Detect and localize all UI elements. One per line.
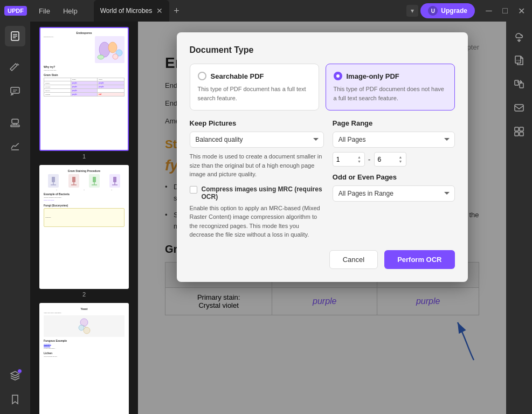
dialog-title: Document Type: [190, 45, 455, 55]
svg-rect-39: [515, 80, 519, 85]
svg-point-17: [113, 54, 118, 59]
thumbnail-image-2: Gram Staining Procedure: [39, 165, 129, 289]
thumbnail-page-2[interactable]: Gram Staining Procedure: [34, 165, 134, 298]
searchable-pdf-label: Searchable PDF: [211, 72, 264, 80]
sidebar-icon-minus: ─: [5, 50, 25, 54]
user-avatar: U: [428, 6, 438, 16]
svg-point-31: [79, 325, 84, 330]
new-tab-button[interactable]: +: [169, 5, 184, 17]
range-to-spinner: ▲ ▼: [399, 155, 403, 163]
thumbnail-image-1: Endospores Endospores are...: [39, 27, 129, 151]
svg-rect-43: [515, 127, 519, 131]
maximize-button[interactable]: □: [499, 4, 512, 17]
page-range-dropdown[interactable]: All PagesCurrent PageCustom Range: [333, 132, 455, 148]
thumbnail-page-1[interactable]: Endospores Endospores are...: [34, 27, 134, 160]
svg-line-34: [84, 326, 86, 327]
range-to-input[interactable]: 6 ▲ ▼: [374, 152, 406, 167]
range-row: 1 ▲ ▼ - 6 ▲ ▼: [333, 152, 455, 167]
sidebar-icon-signature[interactable]: [5, 136, 25, 156]
thumbnail-num-2: 2: [82, 291, 86, 298]
tab-area: World of Microbes ✕ +: [89, 0, 246, 22]
range-dash: -: [368, 155, 371, 164]
convert-button[interactable]: [509, 74, 529, 94]
svg-rect-46: [520, 132, 523, 136]
range-from-spinner: ▲ ▼: [357, 155, 361, 163]
svg-rect-24: [93, 177, 96, 182]
svg-point-14: [108, 42, 117, 53]
pdf-export-button[interactable]: PDF: [509, 51, 529, 70]
dialog-overlay: Document Type Searchable PDF This type o…: [138, 22, 506, 414]
menu-file[interactable]: File: [33, 5, 56, 17]
range-from-up[interactable]: ▲: [357, 155, 361, 159]
compress-checkbox[interactable]: [190, 186, 197, 194]
tab-close-button[interactable]: ✕: [156, 6, 163, 15]
odd-even-label: Odd or Even Pages: [333, 173, 455, 181]
svg-rect-8: [12, 119, 18, 123]
main-area: ─ Endospores Endos: [0, 22, 532, 414]
thumbnail-image-3: Yeast Yeast Life History description...: [39, 303, 129, 414]
compress-hint: Enable this option to apply an MRC-based…: [190, 204, 324, 239]
upgrade-label: Upgrade: [441, 7, 467, 15]
dialog-footer: Cancel Perform OCR: [190, 250, 455, 269]
svg-text:PDF: PDF: [516, 59, 521, 62]
searchable-pdf-radio[interactable]: [198, 72, 206, 80]
minimize-button[interactable]: ─: [482, 4, 495, 17]
svg-rect-21: [72, 177, 75, 182]
svg-rect-44: [520, 127, 523, 131]
searchable-pdf-desc: This type of PDF document has a full tex…: [198, 85, 311, 102]
page-range-section: Page Range All PagesCurrent PageCustom R…: [333, 111, 455, 239]
cancel-button[interactable]: Cancel: [329, 250, 378, 269]
titlebar: UPDF File Help World of Microbes ✕ + ▾ U…: [0, 0, 532, 22]
doc-type-section: Searchable PDF This type of PDF document…: [190, 64, 455, 111]
sidebar-icon-highlight[interactable]: [5, 57, 25, 78]
tab-world-microbes[interactable]: World of Microbes ✕: [94, 0, 169, 22]
sidebar-icon-layers[interactable]: [5, 365, 25, 386]
tab-dropdown-button[interactable]: ▾: [406, 5, 418, 17]
svg-point-16: [98, 55, 104, 59]
sidebar-icon-comment[interactable]: [5, 81, 25, 101]
svg-point-32: [84, 327, 90, 334]
svg-rect-42: [515, 105, 523, 111]
mail-button[interactable]: [509, 98, 529, 118]
range-from-value: 1: [336, 156, 340, 163]
sidebar-icon-stamp[interactable]: [5, 112, 25, 133]
right-toolbar: PDF: [506, 22, 532, 414]
range-from-input[interactable]: 1 ▲ ▼: [333, 152, 365, 167]
range-from-down[interactable]: ▼: [357, 160, 361, 163]
range-to-down[interactable]: ▼: [399, 160, 403, 163]
ocr-dialog: Document Type Searchable PDF This type o…: [177, 32, 468, 282]
keep-pictures-dropdown[interactable]: Balanced qualityHigh qualityLow quality: [190, 132, 324, 148]
ocr-button[interactable]: [509, 122, 529, 141]
image-only-pdf-desc: This type of PDF document does not have …: [334, 85, 447, 102]
svg-rect-45: [515, 132, 519, 136]
image-only-pdf-radio[interactable]: [334, 72, 342, 80]
perform-ocr-button[interactable]: Perform OCR: [384, 250, 454, 269]
svg-rect-9: [11, 125, 19, 127]
thumbnail-panel: Endospores Endospores are...: [30, 22, 138, 414]
keep-pictures-label: Keep Pictures: [190, 119, 324, 127]
dialog-settings-row: Keep Pictures Balanced qualityHigh quali…: [190, 111, 455, 239]
menu-help[interactable]: Help: [58, 5, 83, 17]
odd-even-dropdown[interactable]: All Pages in RangeOdd Pages OnlyEven Pag…: [333, 185, 455, 202]
svg-rect-27: [113, 177, 116, 182]
page-range-label: Page Range: [333, 119, 455, 127]
svg-rect-40: [520, 83, 523, 88]
compress-checkbox-row: Compress images using MRC (requires OCR): [190, 185, 324, 201]
content-area: Chapter End... Endos... that a... harsh.…: [138, 22, 506, 414]
sidebar-icon-document[interactable]: [5, 26, 25, 46]
sidebar-icon-bookmark[interactable]: [5, 389, 25, 410]
sidebar-left: ─: [0, 22, 30, 414]
upgrade-button[interactable]: U Upgrade: [420, 3, 475, 18]
svg-rect-18: [52, 177, 55, 182]
keep-pictures-section: Keep Pictures Balanced qualityHigh quali…: [190, 111, 324, 239]
range-to-value: 6: [378, 156, 382, 163]
compress-label: Compress images using MRC (requires OCR): [202, 185, 324, 201]
image-only-pdf-label: Image-only PDF: [347, 72, 399, 80]
sidebar-icon-divider2: [5, 105, 25, 109]
save-cloud-button[interactable]: [509, 27, 529, 46]
image-only-pdf-option[interactable]: Image-only PDF This type of PDF document…: [326, 64, 455, 111]
searchable-pdf-option[interactable]: Searchable PDF This type of PDF document…: [190, 64, 319, 111]
close-button[interactable]: ✕: [515, 4, 528, 17]
range-to-up[interactable]: ▲: [399, 155, 403, 159]
thumbnail-page-3[interactable]: Yeast Yeast Life History description...: [34, 303, 134, 414]
